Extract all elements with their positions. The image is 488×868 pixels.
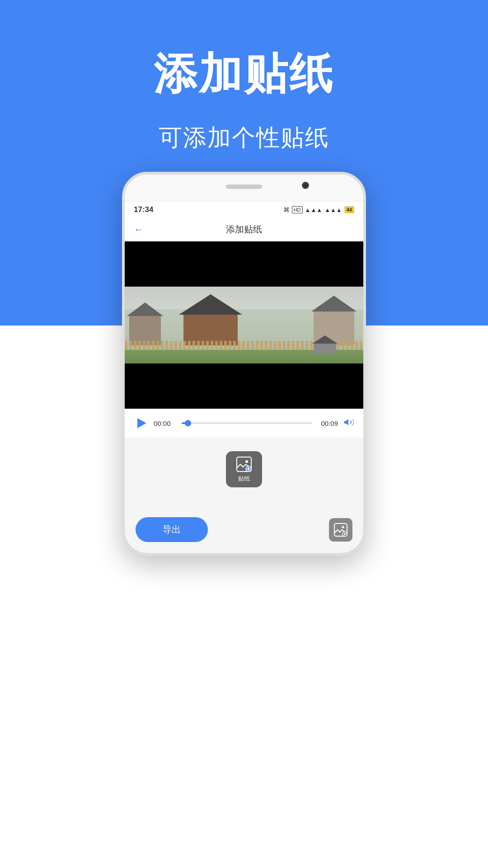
title-section: 添加贴纸 可添加个性贴纸: [0, 0, 488, 154]
bottom-action-bar: 导出: [125, 510, 363, 553]
right-house-roof: [311, 296, 357, 311]
house-scene: [125, 287, 363, 363]
main-title: 添加贴纸: [0, 45, 488, 104]
phone-top-bar: [125, 175, 363, 202]
play-button[interactable]: [134, 416, 148, 430]
phone-frame: 17:34 ⌘ HD ▲▲▲ ▲▲▲ 44 ← 添加贴纸: [122, 172, 366, 556]
left-house-roof: [127, 302, 163, 316]
battery-icon: 44: [344, 206, 354, 213]
play-icon: [137, 418, 146, 428]
gazebo: [314, 335, 336, 354]
phone-camera: [302, 182, 309, 189]
phone-mockup: 17:34 ⌘ HD ▲▲▲ ▲▲▲ 44 ← 添加贴纸: [122, 172, 366, 556]
progress-bar[interactable]: [182, 422, 312, 424]
sticker-small-icon: [333, 523, 348, 537]
status-icons: ⌘ HD ▲▲▲ ▲▲▲ 44: [283, 206, 354, 213]
gazebo-roof: [312, 335, 338, 344]
video-area: [125, 241, 363, 409]
sub-title: 可添加个性贴纸: [0, 122, 488, 154]
video-controls: 00:00 00:09: [125, 409, 363, 438]
center-house-body: [183, 311, 238, 345]
phone-speaker: [226, 184, 262, 189]
video-black-top: [125, 241, 363, 287]
volume-icon: [343, 417, 354, 428]
video-black-bottom: [125, 363, 363, 409]
signal-icon-1: ▲▲▲: [305, 207, 323, 213]
gazebo-body: [314, 342, 336, 354]
sticker-area: 贴纸: [125, 438, 363, 510]
svg-point-7: [342, 526, 344, 528]
nav-title: 添加贴纸: [226, 223, 262, 236]
volume-button[interactable]: [343, 417, 354, 430]
nav-bar: ← 添加贴纸: [125, 218, 363, 241]
center-house-roof: [179, 294, 242, 315]
wifi-icon: ⌘: [283, 206, 290, 213]
export-button[interactable]: 导出: [136, 517, 208, 542]
sticker-label: 贴纸: [238, 475, 250, 483]
sticker-add-icon: [236, 456, 252, 472]
current-time: 00:00: [154, 420, 176, 427]
add-sticker-small-button[interactable]: [329, 518, 352, 542]
sticker-button[interactable]: 贴纸: [226, 451, 262, 487]
svg-marker-0: [344, 419, 348, 425]
video-content: [125, 287, 363, 363]
status-bar: 17:34 ⌘ HD ▲▲▲ ▲▲▲ 44: [125, 202, 363, 218]
back-button[interactable]: ←: [134, 224, 144, 236]
signal-icon-2: ▲▲▲: [324, 207, 342, 213]
progress-thumb[interactable]: [185, 420, 191, 426]
end-time: 00:09: [318, 420, 338, 427]
svg-point-2: [245, 460, 248, 463]
hd-label: HD: [292, 206, 303, 213]
status-time: 17:34: [134, 205, 153, 214]
